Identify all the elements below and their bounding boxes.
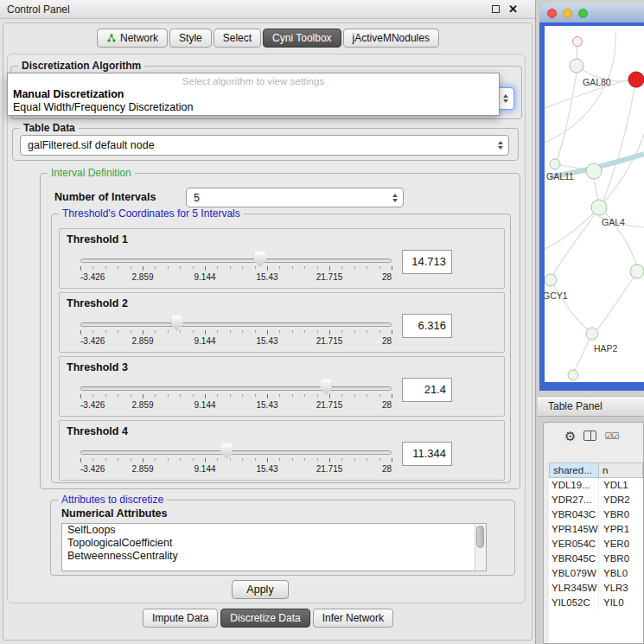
table-toolbar: ⚙ ☑☑ xyxy=(544,423,643,449)
tick-label: 2.859 xyxy=(131,400,153,410)
cell[interactable]: YBR0 xyxy=(599,552,643,566)
cell[interactable]: YER0 xyxy=(599,537,643,552)
minimize-traffic-light-icon[interactable] xyxy=(563,9,572,18)
zoom-traffic-light-icon[interactable] xyxy=(578,9,588,18)
tab-label: Style xyxy=(179,32,202,44)
threshold-1-slider[interactable]: -3.426 2.859 9.144 15.43 21.715 28 xyxy=(80,250,392,286)
threshold-2-panel: Threshold 2 -3.426 2.859 9.144 15.43 21.… xyxy=(59,292,505,353)
num-intervals-combobox[interactable]: 5 xyxy=(186,188,404,207)
slider-track[interactable] xyxy=(80,450,392,455)
cell[interactable]: YPR1 xyxy=(599,522,643,537)
network-node[interactable] xyxy=(568,370,578,380)
tab-infer-network[interactable]: Infer Network xyxy=(313,609,393,628)
node-label: GAL11 xyxy=(546,171,574,182)
cell[interactable]: YER054C xyxy=(549,537,599,552)
list-item[interactable]: SelfLoops xyxy=(62,524,486,537)
slider-ticks xyxy=(80,330,392,335)
cell[interactable]: YBL0 xyxy=(599,566,643,581)
threshold-label: Threshold 4 xyxy=(67,425,128,437)
tab-style[interactable]: Style xyxy=(169,29,212,48)
dropdown-option-manual-discretization[interactable]: Manual Discretization xyxy=(8,88,499,101)
table-data-combobox[interactable]: galFiltered.sif default node xyxy=(20,135,509,156)
cell[interactable]: YBR0 xyxy=(599,507,643,522)
float-window-icon[interactable] xyxy=(492,5,500,13)
slider-thumb[interactable] xyxy=(320,379,332,395)
column-header-name[interactable]: n xyxy=(599,462,643,478)
table-panel-header[interactable]: Table Panel xyxy=(538,396,644,417)
table-row[interactable]: YBR045CYBR0 xyxy=(549,552,643,566)
cell[interactable]: YDR2 xyxy=(599,493,643,507)
gear-icon[interactable]: ⚙ xyxy=(564,430,576,443)
close-traffic-light-icon[interactable] xyxy=(547,9,557,18)
network-node[interactable] xyxy=(570,59,583,73)
cell[interactable]: YIL0 xyxy=(599,596,643,610)
tab-jactivemnodules[interactable]: jActiveMNodules xyxy=(343,29,439,48)
table-row[interactable]: YDL19...YDL1 xyxy=(549,478,643,493)
list-item[interactable]: BetweennessCentrality xyxy=(62,550,486,563)
table-row[interactable]: YPR145WYPR1 xyxy=(549,522,643,537)
network-node[interactable] xyxy=(573,37,583,47)
combo-stepper-icon xyxy=(500,88,512,109)
tab-network[interactable]: Network xyxy=(97,29,168,48)
column-header-shared-name[interactable]: shared... xyxy=(549,462,599,478)
network-node[interactable] xyxy=(550,159,560,169)
slider-thumb[interactable] xyxy=(171,316,183,331)
window-title: Control Panel xyxy=(7,3,70,16)
network-node[interactable] xyxy=(591,200,607,215)
scrollbar-thumb[interactable] xyxy=(476,526,484,548)
network-node[interactable] xyxy=(586,163,602,179)
threshold-3-value-field[interactable]: 21.4 xyxy=(402,378,452,402)
network-node[interactable] xyxy=(545,274,557,286)
apply-button[interactable]: Apply xyxy=(232,580,289,599)
network-window-titlebar[interactable] xyxy=(539,3,644,22)
slider-track[interactable] xyxy=(80,258,392,263)
numerical-attributes-list[interactable]: SelfLoops TopologicalCoefficient Between… xyxy=(61,523,487,571)
cell[interactable]: YDL19... xyxy=(549,478,599,493)
threshold-4-value-field[interactable]: 11.344 xyxy=(402,442,452,466)
combo-value: galFiltered.sif default node xyxy=(21,139,494,151)
network-canvas[interactable]: GAL80 GAL11 GAL4 GCY1 HAP2 xyxy=(545,26,644,382)
select-columns-icon[interactable]: ☑☑ xyxy=(604,431,618,441)
node-label: GCY1 xyxy=(545,290,568,301)
cell[interactable]: YBR043C xyxy=(549,507,599,522)
threshold-3-slider[interactable]: -3.426 2.859 9.144 15.43 21.715 28 xyxy=(80,378,392,414)
slider-track[interactable] xyxy=(80,322,392,327)
table-row[interactable]: YIL052CYIL0 xyxy=(549,596,643,610)
cell[interactable]: YIL052C xyxy=(549,596,599,610)
tab-discretize-data[interactable]: Discretize Data xyxy=(220,609,309,628)
table-row[interactable]: YBR043CYBR0 xyxy=(549,507,643,522)
table-row[interactable]: YER054CYER0 xyxy=(549,537,643,552)
cell[interactable]: YDR27... xyxy=(549,493,599,507)
selected-red-node[interactable] xyxy=(628,72,644,87)
network-node[interactable] xyxy=(630,265,644,278)
network-node[interactable] xyxy=(586,328,598,340)
threshold-3-panel: Threshold 3 -3.426 2.859 9.144 15.43 21.… xyxy=(59,356,505,417)
list-item[interactable]: TopologicalCoefficient xyxy=(62,537,486,550)
threshold-2-value-field[interactable]: 6.316 xyxy=(402,314,452,338)
cell[interactable]: YBL079W xyxy=(549,566,599,581)
threshold-2-slider[interactable]: -3.426 2.859 9.144 15.43 21.715 28 xyxy=(80,314,392,350)
table-row[interactable]: YDR27...YDR2 xyxy=(549,493,643,507)
columns-icon[interactable] xyxy=(583,430,596,441)
close-icon[interactable]: ✕ xyxy=(508,5,518,14)
cell[interactable]: YLR3 xyxy=(599,581,643,596)
slider-thumb[interactable] xyxy=(254,252,266,267)
tick-label: 9.144 xyxy=(194,272,215,282)
cell[interactable]: YDL1 xyxy=(599,478,643,493)
list-scrollbar[interactable] xyxy=(475,524,486,571)
threshold-1-value-field[interactable]: 14.713 xyxy=(402,250,452,274)
slider-track[interactable] xyxy=(80,386,392,391)
tab-cyni-toolbox[interactable]: Cyni Toolbox xyxy=(263,29,341,48)
tab-select[interactable]: Select xyxy=(214,29,261,48)
cell[interactable]: YLR345W xyxy=(549,581,599,596)
table-row[interactable]: YBL079WYBL0 xyxy=(549,566,643,581)
tab-impute-data[interactable]: Impute Data xyxy=(143,609,218,628)
dropdown-option-equal-width-frequency[interactable]: Equal Width/Frequency Discretization xyxy=(8,101,499,114)
cell[interactable]: YBR045C xyxy=(549,552,599,566)
control-panel-titlebar[interactable]: Control Panel ✕ xyxy=(0,0,535,19)
tick-label: 15.43 xyxy=(256,272,277,282)
cell[interactable]: YPR145W xyxy=(549,522,599,537)
table-row[interactable]: YLR345WYLR3 xyxy=(549,581,643,596)
threshold-4-slider[interactable]: -3.426 2.859 9.144 15.43 21.715 28 xyxy=(80,442,392,478)
slider-thumb[interactable] xyxy=(220,443,233,459)
